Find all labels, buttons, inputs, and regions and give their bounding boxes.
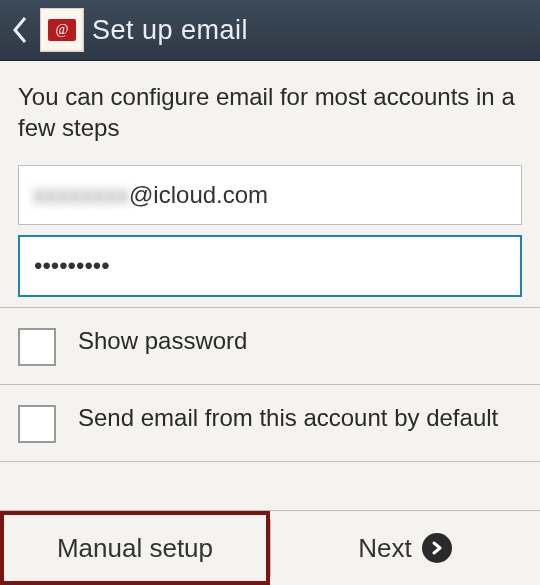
next-button[interactable]: Next xyxy=(270,511,540,585)
manual-setup-label: Manual setup xyxy=(57,533,213,564)
email-domain: @icloud.com xyxy=(129,181,268,209)
default-account-row[interactable]: Send email from this account by default xyxy=(18,385,522,461)
divider xyxy=(0,461,540,462)
app-icon: @ xyxy=(40,8,84,52)
email-redacted: xxxxxxxx xyxy=(33,181,129,209)
default-account-label: Send email from this account by default xyxy=(78,403,498,433)
chevron-left-icon xyxy=(11,16,29,44)
default-account-checkbox[interactable] xyxy=(18,405,56,443)
page-title: Set up email xyxy=(92,15,248,46)
password-masked: ••••••••• xyxy=(34,252,110,280)
show-password-label: Show password xyxy=(78,326,247,356)
email-field[interactable]: xxxxxxxx@icloud.com xyxy=(18,165,522,225)
show-password-row[interactable]: Show password xyxy=(18,308,522,384)
next-label: Next xyxy=(358,533,411,564)
show-password-checkbox[interactable] xyxy=(18,328,56,366)
password-field[interactable]: ••••••••• xyxy=(18,235,522,297)
manual-setup-button[interactable]: Manual setup xyxy=(0,511,270,585)
back-button[interactable] xyxy=(8,10,32,50)
chevron-right-icon xyxy=(422,533,452,563)
intro-text: You can configure email for most account… xyxy=(18,81,522,143)
email-at-icon: @ xyxy=(48,19,76,41)
